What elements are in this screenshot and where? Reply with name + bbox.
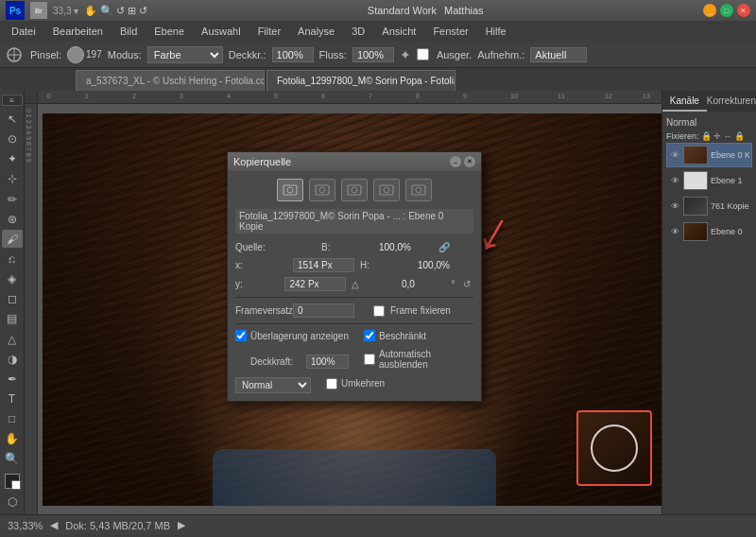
right-panel: Kanäle Korrekturen Normal Fixieren: 🔒 ✛ … (662, 91, 756, 514)
dok-label: Dok: 5,43 MB/20,7 MB (65, 520, 170, 531)
layer-row-0[interactable]: 👁 Ebene 0 K (666, 143, 752, 167)
zoom-value: 33,33% (8, 520, 43, 531)
menu-3d[interactable]: 3D (344, 24, 372, 39)
path-tool[interactable]: ✒ (2, 370, 23, 388)
rotate-icon[interactable]: ↺ (460, 276, 473, 291)
brush-preview[interactable] (67, 46, 84, 63)
menu-datei[interactable]: Datei (4, 24, 43, 39)
canvas-area[interactable]: ⊕ ↓ Kopierquelle – ✕ (38, 104, 662, 514)
layer-row-3[interactable]: 👁 Ebene 0 (666, 219, 752, 244)
link-icon[interactable]: 🔗 (437, 239, 452, 254)
menu-auswahl[interactable]: Auswahl (194, 24, 249, 39)
hand-tool[interactable]: ✋ (2, 430, 23, 448)
background-color[interactable] (11, 480, 21, 490)
tab-0[interactable]: a_537673_XL - © Uschi Hering - Fotolia.c… (76, 70, 265, 91)
foreground-color[interactable] (5, 474, 20, 489)
auto-ausblend-label: Automatisch ausblenden (379, 349, 473, 370)
ruler-vertical: 0 1 2 3 4 5 6 7 8 9 (25, 104, 38, 514)
b-label: B: (321, 242, 373, 252)
src-icon-4[interactable] (373, 179, 400, 201)
zoom-tool[interactable]: 🔍 (2, 450, 23, 468)
y-input[interactable] (284, 277, 346, 291)
fluss-input[interactable] (352, 47, 394, 62)
status-arrow-left[interactable]: ◀ (50, 519, 58, 531)
frameversatz-input[interactable] (293, 303, 354, 318)
shape-tool[interactable]: □ (2, 410, 23, 428)
status-arrow-right[interactable]: ▶ (178, 519, 185, 531)
menu-filter[interactable]: Filter (250, 24, 288, 39)
dialog-check-row-1: Überlagerung anzeigen Beschränkt (235, 330, 473, 345)
tool-icons: ✋ 🔍 ↺ ⊞ ↺ (84, 5, 147, 17)
quick-mask[interactable]: ⬡ (2, 493, 23, 511)
brush-tool-icon[interactable] (4, 44, 25, 65)
ueberlagerung-checkbox[interactable] (235, 330, 247, 341)
auto-ausblend-checkbox[interactable] (364, 354, 375, 365)
airbrush-icon[interactable]: ✦ (400, 47, 411, 62)
layer-vis-1[interactable]: 👁 (669, 175, 680, 186)
frame-fix-label: Frame fixieren (390, 305, 451, 316)
panel-tab-kanaele[interactable]: Kanäle (662, 91, 707, 112)
menu-hilfe[interactable]: Hilfe (478, 24, 514, 39)
menu-fenster[interactable]: Fenster (425, 24, 475, 39)
dialog-title: Kopierquelle (233, 156, 291, 167)
menu-ebene[interactable]: Ebene (146, 24, 192, 39)
brush-tool[interactable]: 🖌 (2, 230, 23, 248)
menu-analyse[interactable]: Analyse (290, 24, 342, 39)
history-tool[interactable]: ◈ (2, 270, 23, 288)
ausger-checkbox[interactable] (417, 48, 429, 61)
layer-row-2[interactable]: 👁 761 Kopie (666, 194, 752, 218)
dialog-minimize[interactable]: – (450, 156, 461, 167)
blend-mode-select[interactable]: Normal (235, 377, 311, 393)
menu-ansicht[interactable]: Ansicht (374, 24, 423, 39)
umkehren-checkbox[interactable] (326, 378, 337, 390)
x-input[interactable] (293, 258, 354, 272)
dialog-titlebar[interactable]: Kopierquelle – ✕ (228, 152, 481, 171)
src-icon-3[interactable] (341, 179, 368, 201)
src-icon-2[interactable] (309, 179, 335, 201)
title-extras: 33,3 ▾ (53, 6, 78, 16)
br-app-icon[interactable]: Br (30, 2, 47, 19)
gradient-tool[interactable]: ▤ (2, 310, 23, 328)
layer-name-2: 761 Kopie (711, 201, 749, 211)
pinsel-control[interactable]: 197 (67, 46, 102, 63)
beschraenkt-checkbox[interactable] (364, 330, 375, 341)
clone-tool[interactable]: ⎌ (2, 250, 23, 268)
tab-1[interactable]: Fotolia_12997800_M© Sorin Popa - Fotolia… (266, 70, 455, 91)
deckung-input[interactable] (272, 47, 314, 62)
dialog-close[interactable]: ✕ (464, 156, 475, 167)
auto-ausblend-row: Automatisch ausblenden (364, 349, 473, 370)
maximize-button[interactable]: □ (720, 4, 733, 17)
layer-vis-3[interactable]: 👁 (669, 226, 680, 237)
pinsel-label: Pinsel: (30, 49, 61, 61)
move-tool[interactable]: ↖ (2, 110, 23, 128)
workspace-label: Standard Work (368, 5, 437, 16)
ruler-h-1: 1 (85, 93, 89, 99)
minimize-button[interactable]: _ (703, 4, 716, 17)
frame-fix-checkbox[interactable] (373, 305, 385, 317)
src-icon-5[interactable] (405, 179, 432, 201)
panel-tab-korrekturen[interactable]: Korrekturen (707, 91, 756, 112)
eraser-tool[interactable]: ◻ (2, 290, 23, 308)
dialog-separator-2 (235, 323, 473, 324)
deckung-row: Deckkraft: (250, 355, 349, 369)
title-center: Standard Work Matthias (368, 5, 484, 16)
aufnehm-input[interactable] (530, 47, 587, 62)
blur-tool[interactable]: △ (2, 330, 23, 348)
close-button[interactable]: ✕ (737, 4, 750, 17)
menu-bearbeiten[interactable]: Bearbeiten (45, 24, 111, 39)
toolbar-collapse[interactable]: ≡ (2, 95, 23, 106)
dodge-tool[interactable]: ◑ (2, 350, 23, 368)
magic-wand-tool[interactable]: ✦ (2, 150, 23, 168)
src-icon-1[interactable] (277, 179, 303, 201)
dialog-deckung-input[interactable] (306, 355, 349, 369)
crop-tool[interactable]: ⊹ (2, 170, 23, 188)
layer-vis-2[interactable]: 👁 (669, 200, 680, 212)
type-tool[interactable]: T (2, 390, 23, 407)
lasso-tool[interactable]: ⊙ (2, 130, 23, 148)
layer-vis-0[interactable]: 👁 (669, 149, 680, 161)
healing-tool[interactable]: ⊛ (2, 210, 23, 228)
layer-row-1[interactable]: 👁 Ebene 1 (666, 168, 752, 193)
eyedropper-tool[interactable]: ✏ (2, 190, 23, 208)
menu-bild[interactable]: Bild (112, 24, 145, 39)
modus-select[interactable]: Farbe (147, 46, 223, 63)
